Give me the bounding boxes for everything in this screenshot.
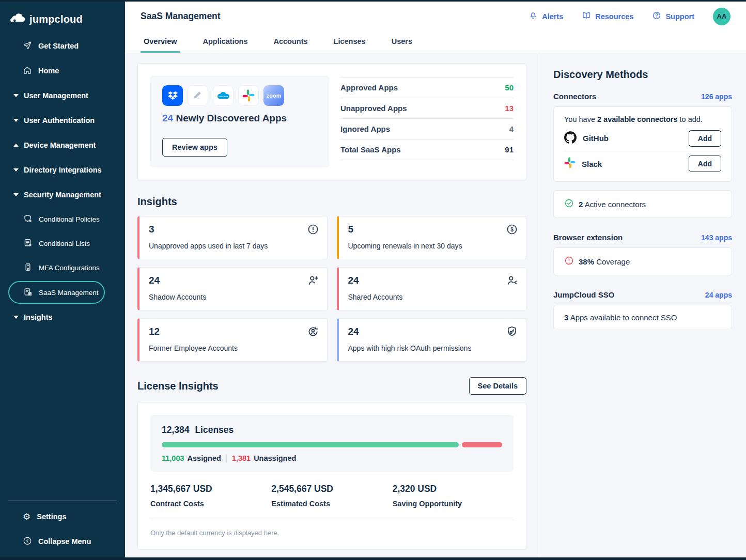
sidebar: jumpcloud Get Started Home: [0, 2, 125, 560]
insight-card-shadow-accounts[interactable]: 24 Shadow Accounts: [137, 267, 328, 310]
discovered-app-icons: salesforce: [162, 85, 317, 106]
tab-overview[interactable]: Overview: [141, 31, 180, 53]
sidebar-item-home[interactable]: Home: [0, 58, 125, 83]
review-apps-button[interactable]: Review apps: [162, 138, 227, 157]
jumpcloud-sso-apps-link[interactable]: 24 apps: [705, 291, 732, 299]
stat-row-ignored: Ignored Apps 4: [340, 119, 514, 139]
sidebar-item-conditional-policies[interactable]: Conditional Policies: [0, 207, 125, 231]
slack-icon: [238, 85, 259, 106]
support-link[interactable]: Support: [652, 11, 694, 22]
cost-summary-row: 1,345,667 USD Contract Costs 2,545,667 U…: [150, 484, 514, 508]
sidebar-item-user-authentication[interactable]: User Authentication: [0, 108, 125, 133]
sidebar-item-conditional-lists[interactable]: Conditional Lists: [0, 231, 125, 256]
browser-extension-apps-link[interactable]: 143 apps: [701, 234, 732, 242]
sidebar-item-security-management[interactable]: Security Management: [0, 182, 125, 207]
sidebar-item-label: User Authentication: [24, 116, 95, 125]
license-bar-unassigned: [462, 442, 502, 447]
insight-card-upcoming-renewals[interactable]: 5 Upcoming renewals in next 30 days $: [337, 216, 527, 259]
insight-card-high-risk-oauth[interactable]: 24 Apps with high risk OAuth permissions: [337, 318, 527, 362]
tab-bar: Overview Applications Accounts Licenses …: [125, 31, 746, 53]
sidebar-item-user-management[interactable]: User Management: [0, 83, 125, 108]
insight-value: 3: [149, 224, 318, 235]
chevron-down-icon: [13, 193, 19, 196]
discovery-methods-title: Discovery Methods: [553, 69, 732, 81]
alerts-link[interactable]: Alerts: [529, 11, 563, 22]
sidebar-item-get-started[interactable]: Get Started: [0, 34, 125, 58]
alerts-label: Alerts: [542, 12, 563, 21]
check-circle-icon: [564, 198, 574, 210]
sidebar-item-label: User Management: [24, 91, 88, 100]
tab-users[interactable]: Users: [388, 31, 415, 53]
tab-applications[interactable]: Applications: [200, 31, 251, 53]
license-total: 12,384 Licenses: [162, 425, 502, 435]
jumpcloud-logo[interactable]: jumpcloud: [0, 2, 125, 30]
sidebar-item-label: SaaS Management: [39, 289, 99, 297]
content-row: salesforce: [125, 53, 746, 560]
insight-label: Former Employee Accounts: [149, 344, 318, 352]
alert-circle-red-icon: [564, 256, 574, 267]
insight-card-unapproved-apps[interactable]: 3 Unapproved apps used in last 7 days: [137, 216, 328, 259]
sidebar-item-saas-management[interactable]: SaaS Management: [8, 281, 105, 304]
connectors-apps-link[interactable]: 126 apps: [701, 92, 732, 101]
book-icon: [582, 11, 591, 22]
resources-link[interactable]: Resources: [582, 11, 633, 22]
dropbox-icon: [162, 85, 183, 106]
logo-text: jumpcloud: [29, 13, 83, 25]
sidebar-item-label: Directory Integrations: [24, 166, 102, 174]
salesforce-icon: salesforce: [213, 85, 234, 106]
sidebar-item-settings[interactable]: ⚙ Settings: [0, 504, 125, 529]
contract-costs: 1,345,667 USD Contract Costs: [150, 484, 271, 508]
sidebar-item-label: Device Management: [24, 141, 96, 149]
tab-licenses[interactable]: Licenses: [331, 31, 369, 53]
assigned-count: 11,003: [162, 454, 184, 462]
resources-label: Resources: [595, 12, 633, 21]
insight-label: Shared Accounts: [348, 293, 517, 301]
header-actions: Alerts Resources: [529, 8, 731, 25]
coverage-card: 38% Coverage: [553, 247, 732, 275]
insight-value: 24: [348, 275, 517, 286]
insight-card-shared-accounts[interactable]: 24 Shared Accounts: [337, 267, 527, 310]
sidebar-item-collapse-menu[interactable]: Collapse Menu: [0, 529, 125, 554]
add-slack-button[interactable]: Add: [689, 155, 721, 172]
bell-icon: [529, 11, 538, 22]
avatar[interactable]: AA: [713, 8, 731, 25]
insights-section-title: Insights: [137, 196, 526, 208]
active-connectors-card: 2 Active connectors: [553, 190, 732, 218]
see-details-button[interactable]: See Details: [469, 377, 526, 395]
center-column: salesforce: [125, 53, 539, 560]
license-insights-card: 12,384 Licenses 11,003 Assigned 1,381: [137, 402, 526, 550]
rocket-icon: [23, 41, 32, 52]
zoom-icon-label: zoom: [267, 92, 282, 99]
insight-card-former-employee-accounts[interactable]: 12 Former Employee Accounts: [137, 318, 328, 362]
stat-value: 4: [509, 125, 514, 133]
sidebar-item-device-management[interactable]: Device Management: [0, 133, 125, 158]
tab-accounts[interactable]: Accounts: [271, 31, 311, 53]
svg-text:salesforce: salesforce: [219, 95, 229, 98]
license-total-label: Licenses: [195, 425, 234, 435]
sidebar-item-directory-integrations[interactable]: Directory Integrations: [0, 158, 125, 182]
add-github-button[interactable]: Add: [689, 130, 721, 147]
license-usage-bar: [162, 442, 502, 447]
stat-row-approved: Approved Apps 50: [340, 77, 514, 98]
sidebar-item-label: Conditional Lists: [39, 240, 90, 247]
connectors-message: You have 2 available connectors to add.: [564, 115, 721, 123]
connectors-card: You have 2 available connectors to add. …: [553, 106, 732, 182]
browser-extension-section: Browser extension 143 apps 38% Coverage: [553, 233, 732, 275]
discovered-apps-title: 24 Newly Discovered Apps: [162, 113, 317, 124]
stat-label: Approved Apps: [340, 83, 398, 92]
question-circle-icon: [652, 11, 661, 22]
user-add-icon: [307, 274, 319, 289]
license-total-value: 12,384: [162, 425, 190, 435]
top-header: SaaS Management Alerts: [125, 2, 746, 31]
insight-label: Unapproved apps used in last 7 days: [149, 242, 318, 250]
sidebar-item-mfa-configurations[interactable]: MFA Configurations: [0, 256, 125, 280]
insight-value: 24: [149, 275, 318, 286]
shield-x-icon: [24, 214, 32, 224]
unassigned-count: 1,381: [232, 454, 251, 462]
stat-value: 13: [505, 104, 514, 113]
license-insights-header: License Insights See Details: [137, 377, 526, 395]
cost-label: Contract Costs: [150, 500, 271, 508]
window-bottom-edge: [0, 557, 746, 560]
sidebar-item-insights[interactable]: Insights: [0, 305, 125, 330]
sidebar-item-label: MFA Configurations: [39, 264, 100, 272]
